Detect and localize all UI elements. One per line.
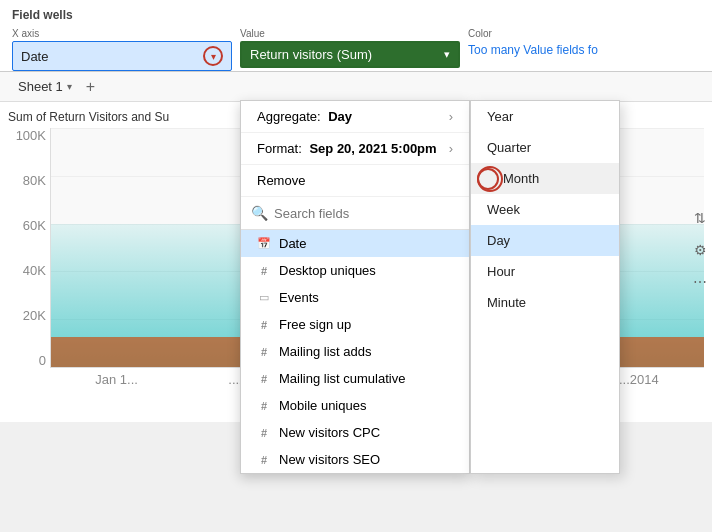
- aggregate-label: Aggregate: Day: [257, 109, 352, 124]
- calendar-icon: 📅: [257, 237, 271, 251]
- field-wells-panel: Field wells X axis Date ▾ Value Return v…: [0, 0, 712, 72]
- dropdown-left-panel: Aggregate: Day › Format: Sep 20, 2021 5:…: [240, 100, 470, 474]
- dropdown-right-submenu: Year Quarter Month Week Day Hour Minute: [470, 100, 620, 474]
- submenu-hour-label: Hour: [487, 264, 515, 279]
- more-icon[interactable]: ⋯: [690, 272, 710, 292]
- submenu-day[interactable]: Day: [471, 225, 619, 256]
- color-value: Too many Value fields fo: [468, 43, 598, 57]
- sheet-add-button[interactable]: +: [86, 78, 95, 96]
- field-item-mailing-list-adds[interactable]: # Mailing list adds: [241, 338, 469, 365]
- y-axis-labels: 100K 80K 60K 40K 20K 0: [8, 128, 50, 368]
- search-input[interactable]: [274, 206, 459, 221]
- field-name-new-visitors-seo: New visitors SEO: [279, 452, 380, 467]
- sheet-bar: Sheet 1 ▾ +: [0, 72, 712, 102]
- field-name-mailing-list-adds: Mailing list adds: [279, 344, 372, 359]
- field-item-mobile-uniques[interactable]: # Mobile uniques: [241, 392, 469, 419]
- sheet-tab[interactable]: Sheet 1 ▾: [12, 76, 78, 97]
- hash-icon-7: #: [257, 453, 271, 467]
- field-row: X axis Date ▾ Value Return visitors (Sum…: [12, 28, 700, 71]
- field-name-new-visitors-cpc: New visitors CPC: [279, 425, 380, 440]
- submenu-minute-label: Minute: [487, 295, 526, 310]
- aggregate-item[interactable]: Aggregate: Day ›: [241, 101, 469, 133]
- x-axis-field: X axis Date ▾: [12, 28, 232, 71]
- hash-icon-3: #: [257, 345, 271, 359]
- submenu-month[interactable]: Month: [471, 163, 619, 194]
- field-name-free-sign-up: Free sign up: [279, 317, 351, 332]
- hash-icon-4: #: [257, 372, 271, 386]
- field-name-desktop-uniques: Desktop uniques: [279, 263, 376, 278]
- value-dropdown-arrow[interactable]: ▾: [444, 48, 450, 61]
- submenu-year-label: Year: [487, 109, 513, 124]
- value-value: Return visitors (Sum): [250, 47, 372, 62]
- field-item-date[interactable]: 📅 Date: [241, 230, 469, 257]
- value-label: Value: [240, 28, 460, 39]
- search-row: 🔍: [241, 197, 469, 230]
- format-label: Format: Sep 20, 2021 5:00pm: [257, 141, 437, 156]
- sheet-tab-label: Sheet 1: [18, 79, 63, 94]
- expand-icon[interactable]: ⇅: [690, 208, 710, 228]
- color-label: Color: [468, 28, 598, 39]
- x-axis-label: X axis: [12, 28, 232, 39]
- field-item-mailing-list-cumulative[interactable]: # Mailing list cumulative: [241, 365, 469, 392]
- x-axis-value-box[interactable]: Date ▾: [12, 41, 232, 71]
- submenu-hour[interactable]: Hour: [471, 256, 619, 287]
- hash-icon-5: #: [257, 399, 271, 413]
- y-label-40k: 40K: [23, 263, 46, 278]
- y-label-0: 0: [39, 353, 46, 368]
- aggregate-arrow-icon: ›: [449, 109, 453, 124]
- remove-label: Remove: [257, 173, 305, 188]
- hash-icon-1: #: [257, 264, 271, 278]
- aggregate-value: Day: [328, 109, 352, 124]
- y-label-80k: 80K: [23, 173, 46, 188]
- submenu-month-label: Month: [503, 171, 539, 186]
- field-name-mobile-uniques: Mobile uniques: [279, 398, 366, 413]
- submenu-week[interactable]: Week: [471, 194, 619, 225]
- settings-icon[interactable]: ⚙: [690, 240, 710, 260]
- x-axis-value: Date: [21, 49, 48, 64]
- submenu-week-label: Week: [487, 202, 520, 217]
- format-item[interactable]: Format: Sep 20, 2021 5:00pm ›: [241, 133, 469, 165]
- y-label-20k: 20K: [23, 308, 46, 323]
- field-item-new-visitors-cpc[interactable]: # New visitors CPC: [241, 419, 469, 446]
- value-value-box[interactable]: Return visitors (Sum) ▾: [240, 41, 460, 68]
- format-value: Sep 20, 2021 5:00pm: [309, 141, 436, 156]
- submenu-year[interactable]: Year: [471, 101, 619, 132]
- color-field: Color Too many Value fields fo: [468, 28, 598, 71]
- field-wells-label: Field wells: [12, 8, 700, 22]
- field-item-new-visitors-seo[interactable]: # New visitors SEO: [241, 446, 469, 473]
- field-item-events[interactable]: ▭ Events: [241, 284, 469, 311]
- y-label-100k: 100K: [16, 128, 46, 143]
- field-name-mailing-list-cumulative: Mailing list cumulative: [279, 371, 405, 386]
- submenu-quarter-label: Quarter: [487, 140, 531, 155]
- search-icon: 🔍: [251, 205, 268, 221]
- field-item-desktop-uniques[interactable]: # Desktop uniques: [241, 257, 469, 284]
- field-item-free-sign-up[interactable]: # Free sign up: [241, 311, 469, 338]
- field-name-events: Events: [279, 290, 319, 305]
- value-field: Value Return visitors (Sum) ▾: [240, 28, 460, 71]
- dropdown-container: Aggregate: Day › Format: Sep 20, 2021 5:…: [240, 100, 620, 474]
- format-arrow-icon: ›: [449, 141, 453, 156]
- month-highlight-circle: [477, 168, 499, 190]
- field-name-date: Date: [279, 236, 306, 251]
- hash-icon-2: #: [257, 318, 271, 332]
- hash-icon-6: #: [257, 426, 271, 440]
- remove-item[interactable]: Remove: [241, 165, 469, 197]
- submenu-minute[interactable]: Minute: [471, 287, 619, 318]
- sheet-tab-arrow-icon: ▾: [67, 81, 72, 92]
- x-axis-dropdown-arrow[interactable]: ▾: [203, 46, 223, 66]
- events-icon: ▭: [257, 291, 271, 305]
- submenu-quarter[interactable]: Quarter: [471, 132, 619, 163]
- y-label-60k: 60K: [23, 218, 46, 233]
- field-list: 📅 Date # Desktop uniques ▭ Events # Free…: [241, 230, 469, 473]
- submenu-day-label: Day: [487, 233, 510, 248]
- right-side-icons: ⇅ ⚙ ⋯: [688, 200, 712, 300]
